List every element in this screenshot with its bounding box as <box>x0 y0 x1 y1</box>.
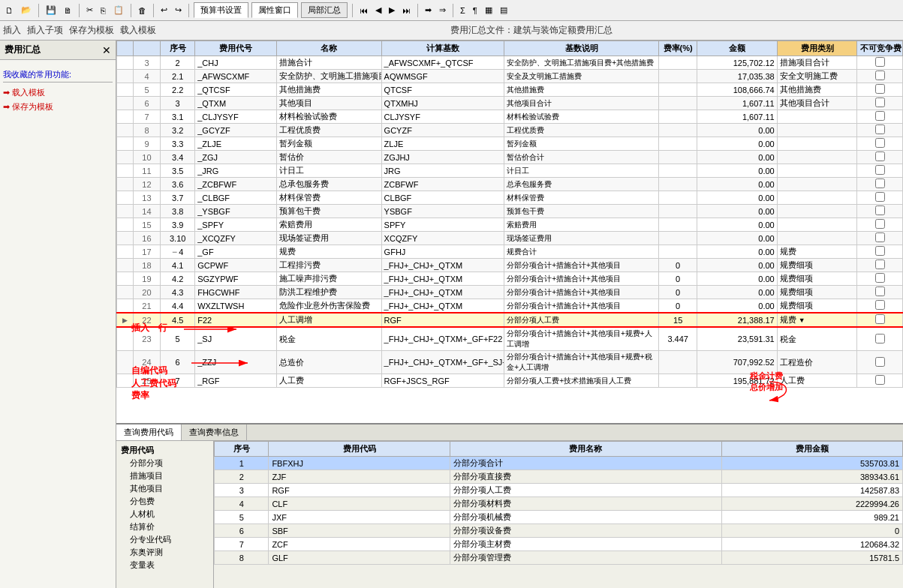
cell-desc[interactable]: 分部分项合计+措施合计+其他项目 <box>504 299 659 314</box>
cell-type[interactable] <box>777 191 857 205</box>
cell-desc[interactable]: 安全防护、文明施工措施项目费+其他措施费 <box>504 56 659 70</box>
toolbar-btn-right2[interactable]: ⇒ <box>437 4 448 16</box>
cell-base[interactable]: CLJYSYF <box>381 110 504 124</box>
cell-compete[interactable] <box>857 97 903 110</box>
tree-item[interactable]: 变量表 <box>119 559 210 572</box>
compete-checkbox[interactable] <box>875 246 885 256</box>
cell-desc[interactable]: 材料检验试验费 <box>504 110 659 124</box>
cell-compete[interactable] <box>857 232 903 245</box>
cell-compete[interactable] <box>857 205 903 218</box>
cell-type[interactable] <box>777 232 857 245</box>
cell-code[interactable]: WXZLTWSH <box>195 299 277 314</box>
compete-checkbox[interactable] <box>875 286 885 296</box>
compete-checkbox[interactable] <box>875 357 885 367</box>
cell-rate[interactable] <box>659 232 697 245</box>
toolbar-btn-save[interactable]: 💾 <box>44 4 59 16</box>
cell-type[interactable]: 规费细项 <box>777 286 857 299</box>
cell-name[interactable]: 其他项目 <box>277 97 381 110</box>
cell-desc[interactable]: 分部分项合计+措施合计+其他项目 <box>504 259 659 272</box>
cell-rate[interactable] <box>659 97 697 110</box>
toolbar-btn-extra2[interactable]: ▤ <box>498 4 510 16</box>
cell-compete[interactable] <box>857 313 903 327</box>
compete-checkbox[interactable] <box>875 206 885 215</box>
toolbar-btn-nav4[interactable]: ⏭ <box>400 5 413 16</box>
toolbar-btn-nav2[interactable]: ◀ <box>373 4 384 16</box>
cell-compete[interactable] <box>857 299 903 314</box>
cell-desc[interactable]: 分部分项合计+措施合计+其他项目 <box>504 272 659 286</box>
cell-base[interactable]: RGF <box>381 313 504 327</box>
cell-compete[interactable] <box>857 164 903 178</box>
tree-item[interactable]: 其他项目 <box>119 482 210 495</box>
cell-rate[interactable]: 15 <box>659 313 697 327</box>
cell-compete[interactable] <box>857 191 903 205</box>
cell-desc[interactable]: 暂列金额 <box>504 137 659 151</box>
cell-base[interactable]: AQWMSGF <box>381 70 504 83</box>
cell-code[interactable]: _CHJ <box>195 56 277 70</box>
compete-checkbox[interactable] <box>875 124 885 134</box>
compete-checkbox[interactable] <box>875 314 885 324</box>
cell-code[interactable]: GCPWF <box>195 259 277 272</box>
cell-code[interactable]: _CLJYSYF <box>195 110 277 124</box>
toolbar-btn-delete[interactable]: 🗑 <box>136 5 149 16</box>
cell-base[interactable]: GCYZF <box>381 124 504 137</box>
compete-checkbox[interactable] <box>875 219 885 229</box>
cell-rate[interactable] <box>659 205 697 218</box>
cell-name[interactable]: 人工调增 <box>277 313 381 327</box>
compete-checkbox[interactable] <box>875 57 885 67</box>
bcell-code[interactable]: CLF <box>269 497 450 511</box>
cell-name[interactable]: 总承包服务费 <box>277 178 381 191</box>
cell-rate[interactable] <box>659 218 697 232</box>
cell-compete[interactable] <box>857 178 903 191</box>
cell-base[interactable]: JRG <box>381 164 504 178</box>
cell-rate[interactable]: 3.447 <box>659 327 697 351</box>
tree-item[interactable]: 人材机 <box>119 508 210 520</box>
toolbar-btn-cut[interactable]: ✂ <box>84 4 95 16</box>
cell-desc[interactable]: 安全及文明施工措施费 <box>504 70 659 83</box>
cell-compete[interactable] <box>857 374 903 388</box>
cell-code[interactable]: _XCQZFY <box>195 232 277 245</box>
cell-desc[interactable]: 分部分项人工费 <box>504 313 659 327</box>
cell-desc[interactable]: 暂估价合计 <box>504 151 659 164</box>
bcell-code[interactable]: SBF <box>269 524 450 538</box>
cell-type[interactable]: 其他措施费 <box>777 83 857 97</box>
toolbar-btn-undo[interactable]: ↩ <box>158 4 170 16</box>
compete-checkbox[interactable] <box>875 111 885 121</box>
compete-checkbox[interactable] <box>875 273 885 283</box>
cell-type[interactable]: 其他项目合计 <box>777 97 857 110</box>
cell-desc[interactable]: 索赔费用 <box>504 218 659 232</box>
cell-base[interactable]: _FHJ+_CHJ+_QTXM <box>381 286 504 299</box>
cell-compete[interactable] <box>857 110 903 124</box>
toolbar-btn-nav1[interactable]: ⏮ <box>357 5 370 16</box>
toolbar-btn-open[interactable]: 📂 <box>19 4 34 16</box>
bcell-code[interactable]: ZCF <box>269 538 450 551</box>
toolbar-btn-extra1[interactable]: ▦ <box>483 4 495 16</box>
bcell-code[interactable]: RGF <box>269 484 450 497</box>
cell-rate[interactable] <box>659 56 697 70</box>
cell-code[interactable]: _QTXM <box>195 97 277 110</box>
cell-name[interactable]: 工程优质费 <box>277 124 381 137</box>
cell-base[interactable]: _FHJ+_CHJ+_QTXM <box>381 259 504 272</box>
cell-compete[interactable] <box>857 259 903 272</box>
cell-compete[interactable] <box>857 83 903 97</box>
tree-item[interactable]: 东奥评测 <box>119 546 210 559</box>
toolbar-btn-nav3[interactable]: ▶ <box>387 4 397 16</box>
compete-checkbox[interactable] <box>875 70 885 80</box>
cell-rate[interactable] <box>659 124 697 137</box>
cell-rate[interactable] <box>659 151 697 164</box>
cell-code[interactable]: SGZYPWF <box>195 272 277 286</box>
main-table-area[interactable]: 序号 费用代号 名称 计算基数 基数说明 费率(%) 金额 费用类别 不可竞争费… <box>116 40 903 423</box>
compete-checkbox[interactable] <box>875 232 885 242</box>
cell-base[interactable]: YSBGF <box>381 205 504 218</box>
tree-item[interactable]: 分专业代码 <box>119 533 210 546</box>
cell-code[interactable]: _GF <box>195 245 277 259</box>
cell-type[interactable] <box>777 137 857 151</box>
sidebar-close-btn[interactable]: ✕ <box>102 44 111 56</box>
cell-rate[interactable] <box>659 191 697 205</box>
tree-item[interactable]: 结算价 <box>119 520 210 533</box>
cell-rate[interactable] <box>659 83 697 97</box>
compete-checkbox[interactable] <box>875 334 885 344</box>
toolbar-btn-right1[interactable]: ➡ <box>423 4 434 16</box>
cell-code[interactable]: _AFWSCXMF <box>195 70 277 83</box>
cell-compete[interactable] <box>857 56 903 70</box>
toolbar-btn-undo2[interactable]: ↪ <box>173 4 184 16</box>
